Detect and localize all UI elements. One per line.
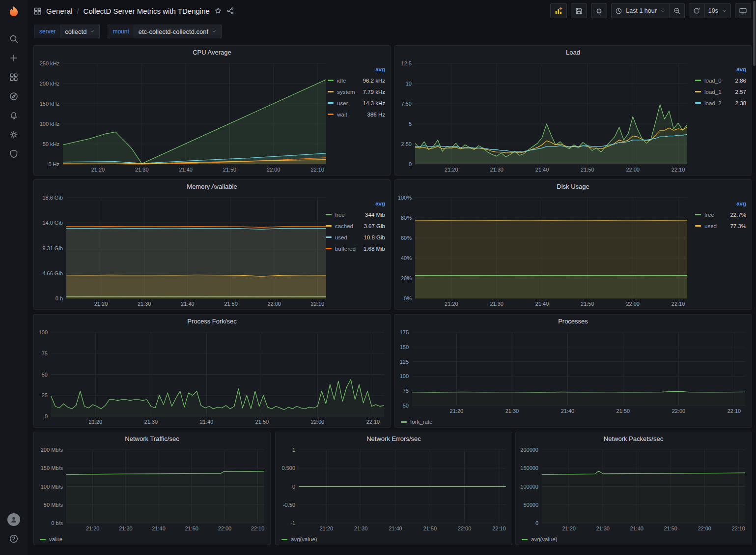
server-admin-shield-icon[interactable]: [4, 144, 24, 163]
alerting-bell-icon[interactable]: [4, 106, 24, 125]
dashboard-squares-icon[interactable]: [33, 7, 42, 15]
legend-item-user[interactable]: user14.3 kHz: [328, 97, 385, 109]
help-icon[interactable]: [4, 529, 24, 548]
page-scrollbar: [753, 0, 756, 555]
clock-icon: [615, 7, 622, 15]
svg-text:-1: -1: [290, 520, 295, 526]
cpu-average-chart[interactable]: 0 Hz50 kHz100 kHz150 kHz200 kHz250 kHz21…: [34, 58, 326, 175]
add-icon[interactable]: [4, 48, 24, 67]
dashboards-icon[interactable]: [4, 67, 24, 87]
breadcrumb-separator: /: [77, 7, 79, 15]
cycle-view-mode-button[interactable]: [735, 3, 751, 18]
share-icon[interactable]: [226, 7, 234, 15]
legend-item-idle[interactable]: idle96.2 kHz: [328, 75, 385, 86]
variable-server-dropdown[interactable]: collectd: [60, 25, 100, 38]
series-avg-value: 96.2 kHz: [355, 78, 385, 84]
processes-chart[interactable]: 507510012515017521:2021:3021:4021:5022:0…: [395, 327, 751, 416]
legend-item-value[interactable]: value: [40, 534, 63, 544]
refresh-interval-picker[interactable]: 10s: [704, 3, 731, 18]
panel-title[interactable]: Memory Available: [34, 180, 390, 193]
disk-usage-chart[interactable]: 0%20%40%60%80%100%21:2021:3021:4021:5022…: [395, 193, 693, 309]
time-series-plot[interactable]: -1-0.5000.500121:2021:3021:4021:5022:002…: [276, 445, 512, 534]
variable-server: server collectd: [34, 25, 100, 38]
panel-title[interactable]: Network Packets/sec: [516, 432, 751, 445]
legend-item-cached[interactable]: cached3.67 Gib: [326, 220, 385, 232]
time-series-plot[interactable]: 025507510021:2021:3021:4021:5022:0022:10: [34, 327, 390, 427]
legend-item-avg(value)[interactable]: avg(value): [522, 534, 558, 544]
legend-item-load_1[interactable]: load_12.57: [695, 86, 746, 97]
time-series-plot[interactable]: 507510012515017521:2021:3021:4021:5022:0…: [395, 327, 751, 416]
star-icon[interactable]: [214, 7, 222, 15]
svg-text:21:30: 21:30: [505, 408, 519, 414]
network-errors-chart[interactable]: -1-0.5000.500121:2021:3021:4021:5022:002…: [276, 445, 512, 534]
legend-item-system[interactable]: system7.79 kHz: [328, 86, 385, 97]
svg-text:150 Mb/s: 150 Mb/s: [41, 465, 63, 471]
panel-title[interactable]: CPU Average: [34, 46, 390, 58]
legend-avg-header: avg: [728, 201, 746, 206]
scrollbar-thumb[interactable]: [753, 1, 756, 66]
time-series-plot[interactable]: 0%20%40%60%80%100%21:2021:3021:4021:5022…: [395, 193, 693, 309]
svg-text:21:30: 21:30: [135, 167, 149, 173]
svg-text:100000: 100000: [520, 484, 538, 490]
explore-compass-icon[interactable]: [4, 87, 24, 106]
time-series-plot[interactable]: 0 b4.66 Gib9.31 Gib14.0 Gib18.6 Gib21:20…: [34, 193, 332, 309]
legend-item-avg(value)[interactable]: avg(value): [281, 534, 317, 544]
memory-available-chart[interactable]: 0 b4.66 Gib9.31 Gib14.0 Gib18.6 Gib21:20…: [34, 193, 324, 309]
svg-text:22:00: 22:00: [626, 167, 640, 173]
refresh-button[interactable]: [689, 3, 704, 18]
zoom-out-button[interactable]: [669, 3, 685, 18]
svg-text:150 kHz: 150 kHz: [40, 101, 59, 107]
svg-text:21:50: 21:50: [423, 526, 437, 531]
legend-item-free[interactable]: free344 Mib: [326, 209, 385, 220]
panel-title[interactable]: Disk Usage: [395, 180, 751, 193]
dashboard-settings-button[interactable]: [591, 3, 607, 18]
load-legend: avgload_02.86load_12.57load_22.38: [693, 58, 751, 175]
series-avg-value: 2.38: [728, 100, 746, 106]
svg-text:21:30: 21:30: [144, 419, 158, 425]
variable-mount-dropdown[interactable]: etc-collectd-collectd.conf: [134, 25, 222, 38]
panel-title[interactable]: Network Traffic/sec: [34, 432, 270, 445]
user-avatar[interactable]: [7, 513, 20, 526]
legend-item-buffered[interactable]: buffered1.68 Mib: [326, 243, 385, 254]
dashboard-title[interactable]: CollectD Server Metrics with TDengine: [84, 7, 210, 15]
svg-text:0 b: 0 b: [56, 295, 63, 301]
grafana-logo[interactable]: [5, 3, 22, 20]
svg-text:50: 50: [42, 372, 48, 378]
svg-text:22:10: 22:10: [366, 419, 380, 425]
time-series-plot[interactable]: 0 b/s50 Mb/s100 Mb/s150 Mb/s200 Mb/s21:2…: [34, 445, 270, 534]
svg-text:25: 25: [42, 392, 48, 398]
legend-item-free[interactable]: free22.7%: [695, 209, 746, 220]
network-traffic-chart[interactable]: 0 b/s50 Mb/s100 Mb/s150 Mb/s200 Mb/s21:2…: [34, 445, 270, 534]
time-series-plot[interactable]: 0 Hz50 kHz100 kHz150 kHz200 kHz250 kHz21…: [34, 58, 332, 175]
svg-text:200 kHz: 200 kHz: [40, 81, 59, 87]
time-series-plot[interactable]: 05000010000015000020000021:2021:3021:402…: [516, 445, 751, 534]
time-range-picker[interactable]: Last 1 hour: [611, 3, 669, 18]
svg-text:50 Mb/s: 50 Mb/s: [44, 502, 63, 508]
legend-item-fork_rate[interactable]: fork_rate: [401, 417, 432, 427]
search-icon[interactable]: [4, 29, 24, 48]
network-packets-chart[interactable]: 05000010000015000020000021:2021:3021:402…: [516, 445, 751, 534]
panel-title[interactable]: Network Errors/sec: [276, 432, 512, 445]
process-fork-chart[interactable]: 025507510021:2021:3021:4021:5022:0022:10: [34, 327, 390, 427]
breadcrumb-folder[interactable]: General: [46, 7, 72, 15]
svg-text:21:40: 21:40: [535, 301, 549, 307]
legend-item-wait[interactable]: wait386 Hz: [328, 109, 385, 120]
legend-item-load_2[interactable]: load_22.38: [695, 97, 746, 109]
panel-title[interactable]: Load: [395, 46, 751, 58]
load-chart[interactable]: 02.5057.501012.521:2021:3021:4021:5022:0…: [395, 58, 693, 175]
series-avg-value: 7.79 kHz: [355, 89, 385, 95]
time-series-plot[interactable]: 02.5057.501012.521:2021:3021:4021:5022:0…: [395, 58, 693, 175]
legend-avg-header: avg: [367, 66, 385, 72]
legend-item-used[interactable]: used10.8 Gib: [326, 232, 385, 243]
svg-text:22:00: 22:00: [698, 526, 711, 531]
legend-item-load_0[interactable]: load_02.86: [695, 75, 746, 86]
topbar-actions: Last 1 hour 10s: [550, 3, 751, 18]
legend-item-used[interactable]: used77.3%: [695, 220, 746, 232]
series-name: system: [337, 89, 355, 95]
panel-title[interactable]: Processes: [395, 315, 751, 327]
configuration-gear-icon[interactable]: [4, 125, 24, 144]
svg-text:21:20: 21:20: [319, 526, 333, 531]
add-panel-button[interactable]: [550, 3, 567, 18]
panel-title[interactable]: Process Fork/sec: [34, 315, 390, 327]
save-dashboard-button[interactable]: [571, 3, 587, 18]
